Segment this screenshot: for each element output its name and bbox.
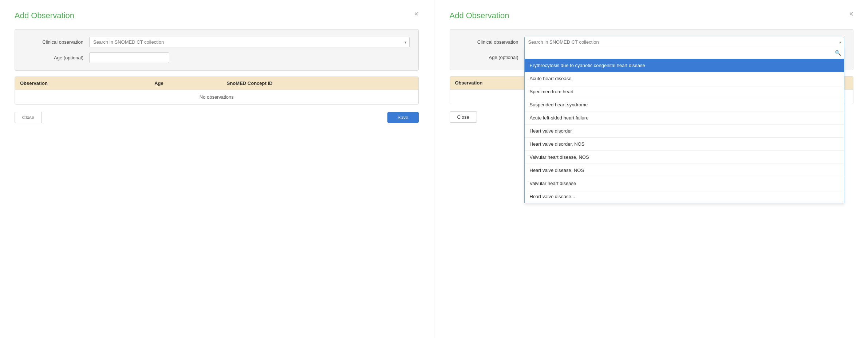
left-col-observation: Observation — [15, 77, 149, 90]
right-clinical-label: Clinical observation — [459, 39, 524, 45]
left-form-section: Clinical observation ▾ Age (optional) — [15, 29, 419, 71]
right-dropdown-search-input[interactable]: Heart — [528, 48, 835, 57]
left-age-input[interactable] — [89, 52, 169, 63]
left-save-button[interactable]: Save — [387, 112, 419, 123]
right-close-x-button[interactable]: × — [849, 10, 853, 17]
left-clinical-row: Clinical observation ▾ — [24, 37, 410, 47]
left-footer: Close Save — [15, 112, 419, 123]
dropdown-item[interactable]: Valvular heart disease — [525, 177, 844, 190]
right-dropdown-list: Erythrocytosis due to cyanotic congenita… — [525, 59, 844, 203]
dropdown-item[interactable]: Heart valve disorder, NOS — [525, 138, 844, 151]
left-col-snomed: SnoMED Concept ID — [222, 77, 418, 90]
left-search-input[interactable] — [89, 37, 410, 47]
dropdown-item[interactable]: Acute heart disease — [525, 72, 844, 85]
left-search-wrapper: ▾ — [89, 37, 410, 47]
left-table-body: No observations — [15, 90, 418, 104]
right-clinical-row: Clinical observation ▴ Heart 🔍 Erythrocy… — [459, 37, 845, 47]
right-close-button[interactable]: Close — [450, 111, 477, 123]
right-age-label: Age (optional) — [459, 55, 524, 60]
panel-divider — [434, 0, 434, 338]
left-col-age: Age — [149, 77, 222, 90]
dropdown-item[interactable]: Valvular heart disease, NOS — [525, 151, 844, 164]
right-dialog-title: Add Observation — [450, 11, 854, 20]
dropdown-item[interactable]: Erythrocytosis due to cyanotic congenita… — [525, 59, 844, 72]
left-age-label: Age (optional) — [24, 55, 89, 60]
dropdown-item[interactable]: Heart valve disease... — [525, 190, 844, 203]
right-dropdown-panel: Heart 🔍 Erythrocytosis due to cyanotic c… — [524, 47, 845, 203]
search-icon: 🔍 — [835, 50, 841, 56]
left-table: Observation Age SnoMED Concept ID No obs… — [15, 76, 419, 105]
dropdown-item[interactable]: Heart valve disorder — [525, 125, 844, 138]
left-age-row: Age (optional) — [24, 52, 410, 63]
left-close-x-button[interactable]: × — [414, 10, 419, 17]
right-search-display[interactable] — [524, 37, 845, 47]
dropdown-item[interactable]: Specimen from heart — [525, 85, 844, 98]
dropdown-item[interactable]: Heart valve disease, NOS — [525, 164, 844, 177]
dropdown-item[interactable]: Acute left-sided heart failure — [525, 111, 844, 125]
left-dialog: Add Observation × Clinical observation ▾… — [0, 0, 433, 338]
right-search-row: Heart 🔍 — [525, 47, 844, 59]
dropdown-item[interactable]: Suspended heart syndrome — [525, 98, 844, 111]
right-form-section: Clinical observation ▴ Heart 🔍 Erythrocy… — [450, 29, 854, 70]
right-search-wrapper: ▴ Heart 🔍 Erythrocytosis due to cyanotic… — [524, 37, 845, 47]
left-table-header: Observation Age SnoMED Concept ID — [15, 77, 418, 90]
right-dialog: Add Observation × Clinical observation ▴… — [435, 0, 868, 338]
left-no-observations: No observations — [200, 94, 234, 100]
left-clinical-label: Clinical observation — [24, 39, 89, 45]
left-dialog-title: Add Observation — [15, 11, 419, 20]
left-close-button[interactable]: Close — [15, 112, 42, 123]
